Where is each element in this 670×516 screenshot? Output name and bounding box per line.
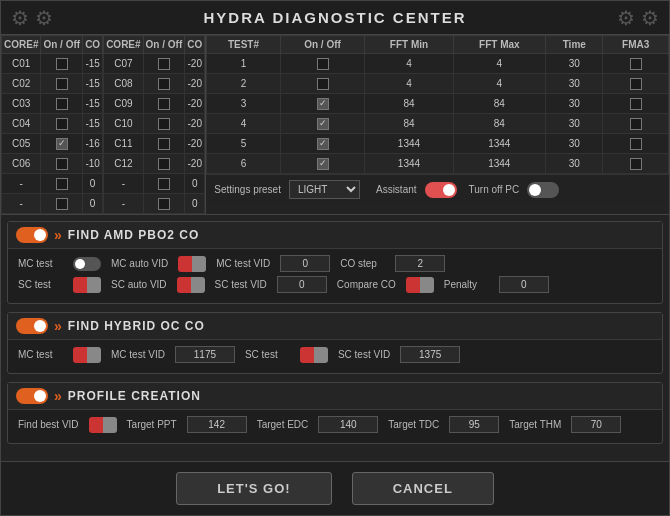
checkbox-cell[interactable] <box>143 194 185 214</box>
test-checkbox-cell[interactable] <box>280 134 365 154</box>
table-row: C01 -15 <box>2 54 103 74</box>
checkbox[interactable] <box>158 78 170 90</box>
hybrid-mc-test-toggle[interactable] <box>73 347 101 363</box>
co-cell: -15 <box>83 74 103 94</box>
test-checkbox[interactable] <box>317 118 329 130</box>
co-cell: -20 <box>185 154 205 174</box>
fma3-cell[interactable] <box>603 154 669 174</box>
checkbox[interactable] <box>56 198 68 210</box>
test-checkbox[interactable] <box>317 158 329 170</box>
fma3-checkbox[interactable] <box>630 118 642 130</box>
profile-toggle[interactable] <box>16 388 48 404</box>
checkbox-cell[interactable] <box>41 154 83 174</box>
preset-select[interactable]: LIGHT MEDIUM HEAVY <box>289 180 360 199</box>
compare-co-toggle[interactable] <box>406 277 434 293</box>
find-best-vid-toggle[interactable] <box>89 417 117 433</box>
fma3-checkbox[interactable] <box>630 138 642 150</box>
test-checkbox[interactable] <box>317 58 329 70</box>
checkbox[interactable] <box>158 98 170 110</box>
header-deco-right: ⚙ ⚙ <box>617 6 659 30</box>
checkbox[interactable] <box>158 198 170 210</box>
co-step-input[interactable] <box>395 255 445 272</box>
checkbox-cell[interactable] <box>41 174 83 194</box>
checkbox[interactable] <box>56 178 68 190</box>
penalty-input[interactable] <box>499 276 549 293</box>
table-row: C03 -15 <box>2 94 103 114</box>
fma3-cell[interactable] <box>603 94 669 114</box>
fft-max-cell: 84 <box>453 94 546 114</box>
test-checkbox-cell[interactable] <box>280 54 365 74</box>
co-cell: -16 <box>83 134 103 154</box>
checkbox-cell[interactable] <box>143 154 185 174</box>
sc-test-toggle[interactable] <box>73 277 101 293</box>
fma3-cell[interactable] <box>603 74 669 94</box>
settings-preset-label: Settings preset <box>214 184 281 195</box>
target-edc-input[interactable] <box>318 416 378 433</box>
hybrid-sc-test-toggle[interactable] <box>300 347 328 363</box>
test-checkbox[interactable] <box>317 78 329 90</box>
fma3-cell[interactable] <box>603 114 669 134</box>
target-thm-input[interactable] <box>571 416 621 433</box>
pbo2-toggle-knob <box>34 229 46 241</box>
target-ppt-input[interactable] <box>187 416 247 433</box>
checkbox-cell[interactable] <box>143 114 185 134</box>
test-checkbox[interactable] <box>317 98 329 110</box>
checkbox[interactable] <box>56 158 68 170</box>
table-row: C07 -20 <box>104 54 205 74</box>
checkbox[interactable] <box>56 98 68 110</box>
sc-auto-vid-toggle[interactable] <box>177 277 205 293</box>
checkbox-cell[interactable] <box>143 134 185 154</box>
hybrid-sc-test-vid-input[interactable] <box>400 346 460 363</box>
table-row: C04 -15 <box>2 114 103 134</box>
checkbox-cell[interactable] <box>143 174 185 194</box>
checkbox[interactable] <box>158 138 170 150</box>
sc-test-vid-input[interactable] <box>277 276 327 293</box>
test-checkbox-cell[interactable] <box>280 94 365 114</box>
checkbox-cell[interactable] <box>143 94 185 114</box>
fma3-checkbox[interactable] <box>630 158 642 170</box>
table-row: 3 84 84 30 <box>207 94 669 114</box>
hybrid-toggle-knob <box>34 320 46 332</box>
find-best-white <box>103 417 117 433</box>
test-checkbox-cell[interactable] <box>280 74 365 94</box>
target-tdc-input[interactable] <box>449 416 499 433</box>
lets-go-button[interactable]: LET'S GO! <box>176 472 331 505</box>
checkbox-cell[interactable] <box>143 54 185 74</box>
time-cell: 30 <box>546 74 603 94</box>
table-row: C02 -15 <box>2 74 103 94</box>
cancel-button[interactable]: CANCEL <box>352 472 494 505</box>
checkbox[interactable] <box>158 158 170 170</box>
checkbox[interactable] <box>158 118 170 130</box>
checkbox[interactable] <box>56 118 68 130</box>
col-co2: CO <box>185 36 205 54</box>
hybrid-toggle[interactable] <box>16 318 48 334</box>
checkbox-cell[interactable] <box>41 54 83 74</box>
checkbox[interactable] <box>56 138 68 150</box>
test-checkbox-cell[interactable] <box>280 154 365 174</box>
checkbox-cell[interactable] <box>41 74 83 94</box>
checkbox[interactable] <box>158 58 170 70</box>
hybrid-mc-test-vid-input[interactable] <box>175 346 235 363</box>
fma3-checkbox[interactable] <box>630 78 642 90</box>
fma3-cell[interactable] <box>603 54 669 74</box>
test-checkbox-cell[interactable] <box>280 114 365 134</box>
assistant-toggle[interactable] <box>425 182 457 198</box>
test-checkbox[interactable] <box>317 138 329 150</box>
fma3-checkbox[interactable] <box>630 98 642 110</box>
fma3-checkbox[interactable] <box>630 58 642 70</box>
pbo2-toggle[interactable] <box>16 227 48 243</box>
checkbox-cell[interactable] <box>41 114 83 134</box>
mc-test-toggle[interactable] <box>73 257 101 271</box>
turn-off-toggle[interactable] <box>527 182 559 198</box>
checkbox-cell[interactable] <box>41 94 83 114</box>
checkbox[interactable] <box>56 78 68 90</box>
checkbox[interactable] <box>158 178 170 190</box>
time-cell: 30 <box>546 114 603 134</box>
fma3-cell[interactable] <box>603 134 669 154</box>
checkbox-cell[interactable] <box>41 194 83 214</box>
mc-auto-vid-toggle[interactable] <box>178 256 206 272</box>
checkbox-cell[interactable] <box>143 74 185 94</box>
checkbox[interactable] <box>56 58 68 70</box>
mc-test-vid-input[interactable] <box>280 255 330 272</box>
checkbox-cell[interactable] <box>41 134 83 154</box>
